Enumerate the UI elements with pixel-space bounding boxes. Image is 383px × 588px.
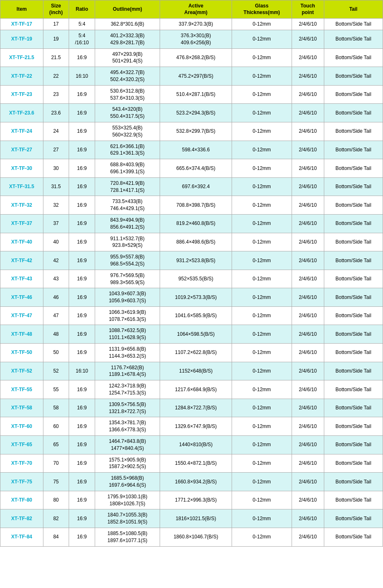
- cell-size: 55: [43, 380, 69, 399]
- cell-glass-thickness: 0-12mm: [232, 325, 292, 344]
- cell-glass-thickness: 0-12mm: [232, 528, 292, 547]
- cell-ratio: 16:9: [69, 177, 95, 196]
- cell-tail: Bottom/Side Tail: [324, 362, 383, 380]
- cell-item[interactable]: XT-TF-70: [0, 454, 43, 473]
- table-row: XT-TF-303016:9688.8×403.9(B)696.1×399.1(…: [0, 159, 383, 178]
- cell-item[interactable]: XT-TF-22: [0, 67, 43, 86]
- cell-touch-point: 2/4/6/10: [292, 344, 324, 362]
- cell-item[interactable]: XT-TF-27: [0, 141, 43, 159]
- cell-item[interactable]: XT-TF-30: [0, 159, 43, 178]
- cell-item[interactable]: XT-TF-75: [0, 473, 43, 491]
- cell-outline: 1575.1×905.9(B)1587.2×902.5(S): [95, 454, 160, 473]
- cell-touch-point: 2/4/6/10: [292, 251, 324, 270]
- cell-tail: Bottom/Side Tail: [324, 251, 383, 270]
- cell-glass-thickness: 0-12mm: [232, 344, 292, 362]
- cell-item[interactable]: XT-TF-37: [0, 214, 43, 233]
- cell-ratio: 16:9: [69, 473, 95, 491]
- cell-tail: Bottom/Side Tail: [324, 67, 383, 86]
- cell-item[interactable]: XT-TF-32: [0, 196, 43, 215]
- cell-size: 60: [43, 417, 69, 436]
- cell-ratio: 16:9: [69, 436, 95, 454]
- cell-touch-point: 2/4/6/10: [292, 30, 324, 48]
- cell-tail: Bottom/Side Tail: [324, 509, 383, 528]
- cell-size: 23: [43, 85, 69, 104]
- cell-item[interactable]: XT-TF-50: [0, 344, 43, 362]
- cell-ratio: 16:9: [69, 270, 95, 288]
- cell-item[interactable]: XT-TF-24: [0, 122, 43, 141]
- cell-item[interactable]: XT-TF-48: [0, 325, 43, 344]
- cell-item[interactable]: XT-TF-82: [0, 509, 43, 528]
- cell-touch-point: 2/4/6/10: [292, 454, 324, 473]
- header-touch-point: Touchpoint: [292, 0, 324, 19]
- cell-item[interactable]: XT-TF-23.6: [0, 104, 43, 122]
- cell-ratio: 16:9: [69, 509, 95, 528]
- cell-touch-point: 2/4/6/10: [292, 19, 324, 30]
- cell-outline: 955.9×557.8(B)968.5×554.2(S): [95, 251, 160, 270]
- cell-tail: Bottom/Side Tail: [324, 325, 383, 344]
- cell-glass-thickness: 0-12mm: [232, 399, 292, 417]
- cell-touch-point: 2/4/6/10: [292, 325, 324, 344]
- cell-active-area: 697.6×392.4: [160, 177, 232, 196]
- cell-size: 50: [43, 344, 69, 362]
- table-row: XT-TF-555516:91242.3×718.9(B)1254.7×715.…: [0, 380, 383, 399]
- cell-active-area: 1440×810(B/S): [160, 436, 232, 454]
- cell-item[interactable]: XT-TF-23: [0, 85, 43, 104]
- cell-active-area: 952×535.5(B/S): [160, 270, 232, 288]
- cell-item[interactable]: XT-TF-31.5: [0, 177, 43, 196]
- cell-touch-point: 2/4/6/10: [292, 67, 324, 86]
- cell-glass-thickness: 0-12mm: [232, 362, 292, 380]
- cell-item[interactable]: XT-TF-17: [0, 19, 43, 30]
- cell-ratio: 5:4: [69, 19, 95, 30]
- cell-glass-thickness: 0-12mm: [232, 30, 292, 48]
- cell-item[interactable]: XT-TF-84: [0, 528, 43, 547]
- cell-outline: 543.4×320(B)550.4×317.5(S): [95, 104, 160, 122]
- header-tail: Tail: [324, 0, 383, 19]
- cell-glass-thickness: 0-12mm: [232, 270, 292, 288]
- cell-glass-thickness: 0-12mm: [232, 122, 292, 141]
- product-table-wrapper: Item Size(inch) Ratio Outline(mm) Active…: [0, 0, 383, 547]
- cell-touch-point: 2/4/6/10: [292, 122, 324, 141]
- cell-ratio: 16:9: [69, 251, 95, 270]
- cell-item[interactable]: XT-TF-21.5: [0, 48, 43, 67]
- cell-glass-thickness: 0-12mm: [232, 473, 292, 491]
- cell-item[interactable]: XT-TF-46: [0, 288, 43, 307]
- cell-item[interactable]: XT-TF-52: [0, 362, 43, 380]
- cell-glass-thickness: 0-12mm: [232, 19, 292, 30]
- header-ratio: Ratio: [69, 0, 95, 19]
- cell-outline: 1354.3×781.7(B)1366.6×778.3(S): [95, 417, 160, 436]
- cell-item[interactable]: XT-TF-40: [0, 233, 43, 251]
- table-row: XT-TF-19195:4/16:10401.2×332.3(B)429.8×2…: [0, 30, 383, 48]
- cell-size: 65: [43, 436, 69, 454]
- cell-size: 19: [43, 30, 69, 48]
- cell-size: 23.6: [43, 104, 69, 122]
- cell-size: 27: [43, 141, 69, 159]
- cell-touch-point: 2/4/6/10: [292, 473, 324, 491]
- cell-glass-thickness: 0-12mm: [232, 104, 292, 122]
- cell-touch-point: 2/4/6/10: [292, 196, 324, 215]
- cell-tail: Bottom/Side Tail: [324, 48, 383, 67]
- cell-glass-thickness: 0-12mm: [232, 67, 292, 86]
- cell-item[interactable]: XT-TF-58: [0, 399, 43, 417]
- cell-glass-thickness: 0-12mm: [232, 141, 292, 159]
- cell-active-area: 532.8×299.7(B/S): [160, 122, 232, 141]
- cell-touch-point: 2/4/6/10: [292, 288, 324, 307]
- cell-item[interactable]: XT-TF-43: [0, 270, 43, 288]
- cell-item[interactable]: XT-TF-19: [0, 30, 43, 48]
- cell-size: 24: [43, 122, 69, 141]
- cell-outline: 733.5×433(B)746.4×429.1(S): [95, 196, 160, 215]
- table-row: XT-TF-232316:9530.6×312.8(B)537.6×310.3(…: [0, 85, 383, 104]
- cell-ratio: 16:9: [69, 491, 95, 509]
- cell-item[interactable]: XT-TF-55: [0, 380, 43, 399]
- table-row: XT-TF-31.531.516:9720.8×421.9(B)728.1×41…: [0, 177, 383, 196]
- table-row: XT-TF-474716:91066.3×619.9(B)1078.7×616.…: [0, 306, 383, 325]
- cell-item[interactable]: XT-TF-42: [0, 251, 43, 270]
- cell-touch-point: 2/4/6/10: [292, 214, 324, 233]
- cell-item[interactable]: XT-TF-60: [0, 417, 43, 436]
- cell-glass-thickness: 0-12mm: [232, 85, 292, 104]
- cell-ratio: 5:4/16:10: [69, 30, 95, 48]
- cell-item[interactable]: XT-TF-80: [0, 491, 43, 509]
- cell-item[interactable]: XT-TF-65: [0, 436, 43, 454]
- cell-item[interactable]: XT-TF-47: [0, 306, 43, 325]
- table-row: XT-TF-17175:4362.8*301.6(B)337.9×270.3(B…: [0, 19, 383, 30]
- table-row: XT-TF-323216:9733.5×433(B)746.4×429.1(S)…: [0, 196, 383, 215]
